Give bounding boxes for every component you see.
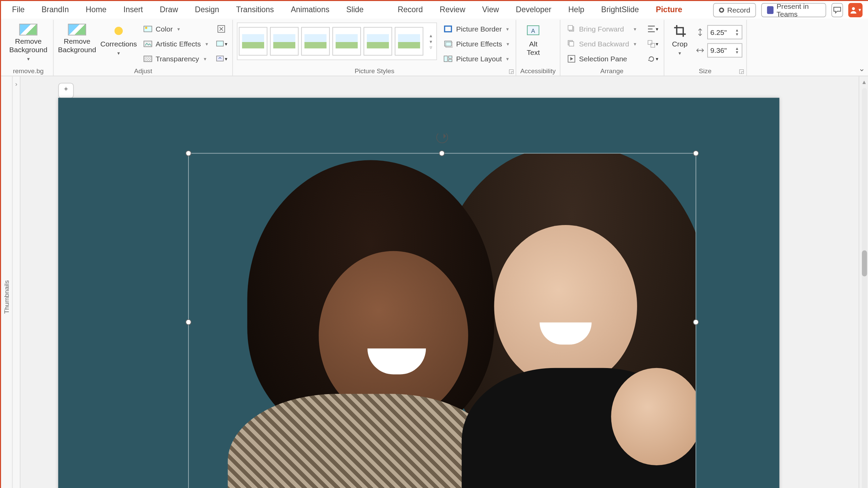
- tab-design[interactable]: Design: [186, 1, 228, 19]
- scroll-track[interactable]: [862, 88, 867, 488]
- tab-transitions[interactable]: Transitions: [228, 1, 282, 19]
- width-icon: [695, 46, 705, 55]
- artistic-icon: [143, 39, 153, 48]
- vertical-scrollbar[interactable]: ▲ ▼ ⏶ ⏷: [859, 76, 868, 488]
- svg-rect-13: [445, 56, 448, 62]
- artistic-effects-button[interactable]: Artistic Effects▾: [141, 37, 211, 50]
- gallery-more[interactable]: ▴▾▿: [426, 33, 435, 50]
- style-option[interactable]: [333, 27, 361, 56]
- width-spinner[interactable]: ▲▼: [735, 46, 739, 54]
- chevron-down-icon: ▾: [506, 56, 509, 62]
- width-field[interactable]: 9.36"▲▼: [695, 43, 742, 58]
- tab-animations[interactable]: Animations: [282, 1, 338, 19]
- style-option[interactable]: [364, 27, 392, 56]
- ribbon: Remove Background ▾ remove.bg Remove Bac…: [1, 19, 868, 77]
- person-icon: [849, 6, 857, 14]
- resize-handle-tr[interactable]: [693, 150, 699, 156]
- picture-effects-button[interactable]: Picture Effects▾: [441, 37, 512, 50]
- group-button[interactable]: ▾: [645, 37, 659, 50]
- resize-handle-tl[interactable]: [185, 150, 191, 156]
- resize-handle-t[interactable]: [439, 150, 445, 156]
- thumbnails-pane[interactable]: Thumbnails: [1, 76, 13, 488]
- comments-button[interactable]: [831, 3, 843, 17]
- picture-layout-button[interactable]: Picture Layout▾: [441, 52, 512, 65]
- transparency-button[interactable]: Transparency▾: [141, 52, 211, 65]
- tab-record[interactable]: Record: [389, 1, 431, 19]
- crop-button[interactable]: Crop ▾: [668, 22, 691, 56]
- picture-selection[interactable]: [188, 153, 696, 488]
- styles-dialog-launcher[interactable]: ◲: [509, 68, 514, 74]
- rotation-handle[interactable]: [436, 131, 448, 143]
- artistic-label: Artistic Effects: [156, 40, 201, 48]
- scroll-thumb[interactable]: [862, 250, 867, 277]
- crop-label: Crop: [672, 40, 688, 48]
- resize-handle-l[interactable]: [185, 319, 191, 325]
- tab-picture-format[interactable]: Picture Format: [647, 1, 713, 19]
- color-button[interactable]: Color▾: [141, 22, 211, 35]
- svg-rect-19: [568, 25, 572, 30]
- group-arrange: Bring Forward ▾ Send Backward ▾ Selectio…: [560, 20, 664, 76]
- scroll-up-icon[interactable]: ▲: [861, 79, 867, 85]
- style-option[interactable]: [270, 27, 299, 56]
- thumbnails-expand[interactable]: ›: [13, 76, 20, 488]
- slide-canvas-area[interactable]: [20, 76, 859, 488]
- tab-home[interactable]: Home: [77, 1, 115, 19]
- send-backward-label: Send Backward: [579, 40, 629, 48]
- titlebar-right-controls: Record Present in Teams ▾: [713, 3, 867, 17]
- selection-pane-button[interactable]: Selection Pane: [564, 52, 639, 65]
- height-spinner[interactable]: ▲▼: [735, 28, 739, 36]
- chevron-down-icon: ▾: [656, 56, 658, 62]
- size-dialog-launcher[interactable]: ◲: [739, 68, 745, 74]
- svg-text:A: A: [531, 27, 535, 34]
- chevron-down-icon: ▾: [225, 41, 228, 47]
- corrections-label: Corrections: [100, 40, 137, 48]
- selection-pane-label: Selection Pane: [579, 55, 627, 63]
- tab-developer[interactable]: Developer: [507, 1, 560, 19]
- tab-draw[interactable]: Draw: [151, 1, 186, 19]
- align-button[interactable]: ▾: [645, 22, 659, 35]
- slide[interactable]: [58, 98, 780, 488]
- tab-file[interactable]: File: [4, 1, 33, 19]
- group-arrange-label: Arrange: [564, 67, 660, 76]
- tab-insert[interactable]: Insert: [115, 1, 151, 19]
- tab-brandin[interactable]: BrandIn: [33, 1, 77, 19]
- tab-slideshow[interactable]: Slide Show: [338, 1, 389, 19]
- remove-background-button[interactable]: Remove Background: [58, 22, 97, 54]
- designer-suggestion-button[interactable]: [58, 83, 74, 98]
- chevron-down-icon: ▾: [656, 26, 658, 32]
- resize-handle-r[interactable]: [693, 319, 699, 325]
- rotate-button[interactable]: ▾: [645, 52, 659, 65]
- width-value: 9.36": [710, 46, 727, 54]
- reset-picture-button[interactable]: ▾: [214, 52, 229, 65]
- picture-styles-gallery[interactable]: ▴▾▿: [237, 22, 437, 60]
- compress-pictures-button[interactable]: [214, 22, 229, 35]
- layout-icon: [444, 54, 453, 63]
- svg-rect-24: [651, 43, 655, 47]
- collapse-ribbon-button[interactable]: ⌄: [859, 64, 865, 73]
- tab-help[interactable]: Help: [560, 1, 593, 19]
- change-picture-button[interactable]: ▾: [214, 37, 229, 50]
- account-button[interactable]: ▾: [848, 3, 863, 17]
- inserted-picture[interactable]: [189, 154, 696, 488]
- corrections-button[interactable]: Corrections ▾: [100, 22, 137, 56]
- group-size: Crop ▾ 6.25"▲▼ 9.36"▲▼ Size ◲: [664, 20, 747, 76]
- send-backward-button[interactable]: Send Backward ▾: [564, 37, 639, 50]
- style-option[interactable]: [239, 27, 268, 56]
- tab-view[interactable]: View: [474, 1, 507, 19]
- alt-text-button[interactable]: A Alt Text: [520, 22, 546, 57]
- picture-border-button[interactable]: Picture Border▾: [441, 22, 512, 35]
- tab-review[interactable]: Review: [431, 1, 474, 19]
- present-in-teams-button[interactable]: Present in Teams: [761, 3, 826, 17]
- record-button[interactable]: Record: [713, 3, 756, 17]
- removebg-button[interactable]: Remove Background ▾: [7, 22, 49, 62]
- style-option[interactable]: [301, 27, 330, 56]
- svg-rect-15: [449, 59, 452, 62]
- bring-forward-label: Bring Forward: [579, 25, 624, 33]
- tab-brightslide[interactable]: BrightSlide: [593, 1, 647, 19]
- color-icon: [143, 24, 153, 34]
- chevron-down-icon: ▾: [634, 41, 636, 47]
- height-field[interactable]: 6.25"▲▼: [695, 25, 742, 39]
- rotate-icon: [647, 54, 656, 63]
- bring-forward-button[interactable]: Bring Forward ▾: [564, 22, 639, 35]
- style-option[interactable]: [395, 27, 423, 56]
